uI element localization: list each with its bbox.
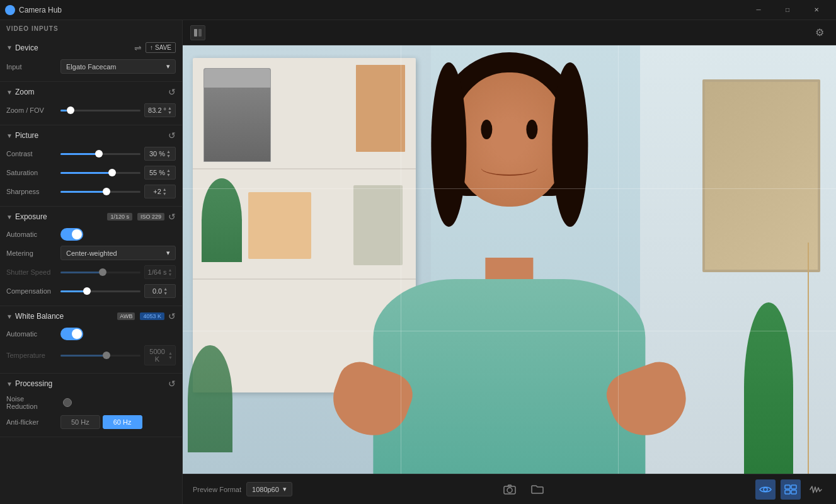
saturation-up[interactable]: ▲ [166,168,171,173]
save-button[interactable]: ↑ SAVE [146,42,176,53]
exposure-auto-toggle[interactable] [60,228,83,241]
picture-section: ▼ Picture ↺ Contrast 30 % ▲ [0,125,182,207]
contrast-slider-container [60,153,140,155]
folder-button[interactable] [527,479,547,500]
app-title: Camera Hub [19,6,744,14]
sharpness-down[interactable]: ▼ [163,192,167,196]
comp-down[interactable]: ▼ [163,291,168,295]
processing-section-header[interactable]: ▼ Processing ↺ [0,374,182,392]
sharpness-slider-container [60,191,140,193]
noise-reduction-toggle[interactable] [63,398,72,407]
sharpness-up[interactable]: ▲ [163,187,167,192]
fov-value[interactable]: 83.2 ° ▲ ▼ [144,103,176,117]
saturation-down[interactable]: ▼ [166,173,171,177]
input-dropdown[interactable]: Elgato Facecam ▾ [60,59,176,74]
save-icon: ↑ [150,44,153,51]
svg-rect-0 [194,29,197,37]
contrast-up[interactable]: ▲ [166,149,171,154]
sharpness-fill [60,191,105,193]
sharpness-thumb[interactable] [103,188,110,195]
close-button[interactable]: ✕ [802,0,831,20]
exposure-reset[interactable]: ↺ [168,212,176,222]
comp-up[interactable]: ▲ [163,287,168,291]
saturation-value[interactable]: 55 % ▲ ▼ [144,166,176,180]
device-section-header[interactable]: ▼ Device ⇌ ↑ SAVE [0,37,182,57]
freq-50-button[interactable]: 50 Hz [60,415,100,429]
processing-reset[interactable]: ↺ [168,379,176,389]
metering-dropdown[interactable]: Center-weighted ▾ [60,246,176,260]
device-title: Device [15,43,38,52]
wb-auto-toggle[interactable] [60,328,83,340]
input-row: Input Elgato Facecam ▾ [0,57,182,76]
saturation-thumb[interactable] [108,169,116,176]
compensation-thumb[interactable] [83,287,91,295]
wb-title: White Balance [15,312,64,321]
contrast-down[interactable]: ▼ [166,154,171,158]
exposure-auto-label: Automatic [6,231,57,238]
smile [481,159,538,175]
waveform-button[interactable] [806,479,826,500]
iso-badge: ISO 229 [137,213,164,220]
zoom-section-header[interactable]: ▼ Zoom ↺ [0,82,182,101]
saturation-label: Saturation [6,169,57,176]
device-actions: ⇌ ↑ SAVE [134,42,176,53]
wb-reset[interactable]: ↺ [168,311,176,321]
sidebar-toggle-button[interactable] [190,25,205,40]
bottom-right-icons [755,479,826,500]
hair-left [431,62,467,227]
fov-down[interactable]: ▼ [168,110,172,115]
fov-slider[interactable] [60,110,140,112]
shutter-speed-row: Shutter Speed 1/64 s ▲ ▼ [0,263,182,282]
picture-title-group: ▼ Picture [6,131,38,140]
screenshot-icon [503,484,516,495]
zoom-title: Zoom [15,88,35,96]
hair-right [552,62,588,227]
sharpness-value[interactable]: +2 ▲ ▼ [144,185,176,198]
left-panel: VIDEO INPUTS ▼ Device ⇌ ↑ SAVE Input [0,20,183,504]
fov-up[interactable]: ▲ [168,106,172,110]
contrast-value[interactable]: 30 % ▲ ▼ [144,147,176,161]
shutter-value: 1/64 s ▲ ▼ [144,265,176,279]
shutter-up: ▲ [168,268,173,272]
zoom-reset[interactable]: ↺ [168,87,176,97]
freq-60-button[interactable]: 60 Hz [103,415,142,429]
compensation-value[interactable]: 0.0 ▲ ▼ [144,284,176,298]
picture-reset[interactable]: ↺ [168,130,176,140]
screenshot-button[interactable] [500,479,520,500]
eye-view-button[interactable] [755,479,776,500]
tripod-pole [808,243,809,474]
contrast-spinners: ▲ ▼ [166,149,171,158]
maximize-button[interactable]: □ [773,0,802,20]
anti-flicker-row: Anti-flicker 50 Hz 60 Hz [0,413,182,432]
fov-slider-thumb[interactable] [67,106,74,114]
picture-title: Picture [15,131,38,140]
fov-label: Zoom / FOV [6,106,57,114]
input-value: Elgato Facecam [66,63,116,71]
right-panel: ⚙ [183,20,836,504]
exposure-section-header[interactable]: ▼ Exposure 1/120 s ISO 229 ↺ [0,207,182,226]
exposure-section: ▼ Exposure 1/120 s ISO 229 ↺ Automatic M… [0,207,182,306]
svg-point-3 [507,488,512,493]
right-plant [744,302,793,474]
format-dropdown-arrow: ▾ [283,485,287,493]
compensation-fill [60,290,84,292]
compensation-slider[interactable] [60,290,140,292]
minimize-button[interactable]: ─ [744,0,773,20]
metering-row: Metering Center-weighted ▾ [0,243,182,263]
grid-view-button[interactable] [781,479,801,500]
saturation-slider[interactable] [60,172,140,174]
picture-section-header[interactable]: ▼ Picture ↺ [0,125,182,144]
wb-section-header[interactable]: ▼ White Balance AWB 4053 K ↺ [0,306,182,325]
shutter-spinners: ▲ ▼ [168,268,173,277]
contrast-thumb[interactable] [95,150,103,158]
preview-format-group: Preview Format 1080p60 ▾ [193,482,292,496]
filter-icon[interactable]: ⇌ [134,43,142,53]
preview-format-dropdown[interactable]: 1080p60 ▾ [246,482,292,496]
compensation-label: Compensation [6,287,57,295]
contrast-slider[interactable] [60,153,140,155]
tripod [791,217,826,474]
processing-section: ▼ Processing ↺ Noise Reduction Anti-flic… [0,374,182,437]
settings-button[interactable]: ⚙ [811,24,828,42]
wb-arrow: ▼ [6,313,13,320]
sharpness-slider[interactable] [60,191,140,193]
